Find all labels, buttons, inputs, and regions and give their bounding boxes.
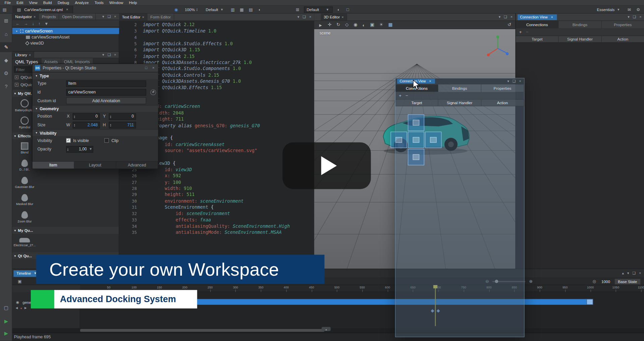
timeline-section-bar[interactable] bbox=[197, 299, 587, 305]
library-section-header[interactable]: ▾My Qu... bbox=[12, 227, 119, 234]
collapse-icon[interactable]: ▾ bbox=[627, 15, 631, 19]
code-line[interactable]: import QtQuick3D 1.15 bbox=[143, 47, 311, 53]
editor-tab-form-editor[interactable]: Form Editor bbox=[148, 13, 174, 20]
library-item-zoom-blur[interactable]: Zoom Blur bbox=[13, 208, 36, 225]
camera-toggle-icon[interactable]: ▣ bbox=[370, 22, 374, 27]
float-panel-icon[interactable]: ❏ bbox=[502, 15, 508, 19]
help-mode-icon[interactable]: ? bbox=[0, 82, 12, 91]
library-title-tab[interactable]: Library × bbox=[12, 52, 34, 58]
collapse-down-icon[interactable]: ▾ bbox=[626, 272, 630, 275]
width-spinbox[interactable]: ▴▾ bbox=[73, 122, 100, 128]
zoom-stepper[interactable]: ▴▾ bbox=[197, 8, 198, 11]
code-line[interactable]: import Quick3DAssets.Electriccar_27k 1.0 bbox=[143, 60, 311, 66]
document-tab[interactable]: ▤ CarViewScreen.ui.qml × bbox=[12, 6, 73, 13]
timeline-zoom-in-icon[interactable]: ⊕ bbox=[528, 279, 534, 283]
float-panel-icon[interactable]: ❏ bbox=[631, 272, 637, 275]
code-line[interactable]: import Quick3DAssets.Genesis_G70 1.0 bbox=[143, 78, 311, 85]
code-line[interactable]: import QtQuick 2.15 bbox=[143, 53, 311, 60]
move-left-icon[interactable]: ← bbox=[16, 21, 20, 25]
code-line[interactable]: Image { bbox=[143, 135, 311, 141]
collapse-icon[interactable]: ▾ bbox=[497, 15, 502, 19]
menu-item-window[interactable]: Window bbox=[106, 0, 126, 5]
height-value-input[interactable] bbox=[112, 123, 136, 127]
close-panel-icon[interactable]: × bbox=[638, 15, 643, 19]
close-panel-icon[interactable]: × bbox=[518, 80, 523, 83]
menu-item-debug[interactable]: Debug bbox=[55, 0, 72, 5]
drop-indicator-bottom[interactable] bbox=[408, 149, 424, 165]
opacity-value-input[interactable] bbox=[69, 147, 88, 151]
float-panel-icon[interactable]: ❏ bbox=[632, 15, 637, 19]
float-panel-icon[interactable]: ❏ bbox=[106, 15, 112, 18]
reset-id-icon[interactable]: ↺ bbox=[150, 89, 156, 95]
float-panel-icon[interactable]: ❏ bbox=[511, 80, 517, 83]
all-modes-icon[interactable]: ⊞ bbox=[0, 16, 12, 26]
remove-connection-icon[interactable]: − bbox=[406, 93, 408, 98]
id-field[interactable] bbox=[66, 89, 146, 95]
collapse-up-icon[interactable]: ▴ bbox=[621, 272, 625, 275]
layout-grid-icon[interactable]: ▦ bbox=[238, 7, 245, 11]
type-field[interactable] bbox=[66, 80, 146, 87]
debug-mode-icon[interactable]: ◆ bbox=[0, 55, 12, 65]
maximize-icon[interactable]: □ bbox=[144, 66, 149, 70]
width-value-input[interactable] bbox=[76, 123, 99, 127]
close-panel-icon[interactable]: × bbox=[428, 79, 432, 83]
editor3d-tab[interactable]: 3D Editor × bbox=[321, 13, 347, 20]
editor3d-tab-close-icon[interactable]: × bbox=[341, 15, 343, 19]
scale-tool-icon[interactable]: ◇ bbox=[345, 22, 348, 27]
close-panel-icon[interactable]: × bbox=[509, 15, 514, 19]
editor-code[interactable]: import QtQuick 2.12import QtQuick.Timeli… bbox=[143, 22, 311, 236]
debug-run-button-icon[interactable]: ▶ bbox=[0, 329, 12, 338]
editor-tab-close-icon[interactable]: × bbox=[142, 15, 144, 19]
document-tab-close-icon[interactable]: × bbox=[65, 8, 69, 11]
drop-indicator-left[interactable] bbox=[390, 132, 407, 148]
move-up-icon[interactable]: ↑ bbox=[38, 21, 40, 25]
editor-tab-text-editor[interactable]: Text Editor× bbox=[119, 13, 148, 20]
filter-icon[interactable]: ▼ bbox=[44, 21, 48, 25]
connection-tab-bindings[interactable]: Bindings bbox=[559, 21, 602, 28]
move-tool-icon[interactable]: ✛ bbox=[328, 22, 331, 27]
drop-indicator-right[interactable] bbox=[425, 132, 441, 148]
code-line[interactable]: height: 511 bbox=[143, 192, 311, 198]
code-line[interactable]: id: sceneEnvironment bbox=[143, 211, 311, 217]
stepper-icons[interactable]: ▴▾ bbox=[109, 115, 112, 118]
properties-tab-item[interactable]: Item bbox=[33, 161, 74, 168]
y-value-input[interactable] bbox=[112, 114, 136, 118]
clip-checkbox[interactable] bbox=[104, 138, 109, 143]
add-annotation-button[interactable]: Add Annotation bbox=[66, 97, 146, 104]
reset-view-icon[interactable]: ↺ bbox=[507, 22, 511, 27]
code-line[interactable]: effects: fxaa bbox=[143, 217, 311, 223]
tree-item-view3d[interactable]: view3D bbox=[12, 40, 119, 46]
is-visible-checkbox[interactable]: ✓ bbox=[66, 138, 70, 143]
code-line[interactable]: id: carViewScreen bbox=[143, 104, 311, 110]
connection-view-title-tab[interactable]: Connection View × bbox=[518, 14, 557, 20]
splitter-handle[interactable]: ▴ bbox=[322, 327, 331, 331]
code-line[interactable]: Item { bbox=[143, 97, 311, 104]
grid-toggle-icon[interactable]: ▦ bbox=[388, 22, 393, 27]
run-button-icon[interactable]: ▶ bbox=[0, 316, 12, 326]
connection-tab-properties[interactable]: Properties bbox=[601, 21, 644, 28]
connection-tab-bindings[interactable]: Bindings bbox=[438, 84, 481, 92]
close-panel-icon[interactable]: × bbox=[308, 15, 313, 19]
code-line[interactable]: import QtQuick.Controls 2.15 bbox=[143, 72, 311, 78]
library-item-electriccar-27[interactable]: Electriccar_27... bbox=[13, 234, 36, 251]
annotation-icon[interactable]: ◐ bbox=[335, 7, 342, 11]
feedback-icon[interactable]: ✉ bbox=[626, 7, 633, 11]
video-play-button[interactable] bbox=[282, 142, 371, 189]
local-global-toggle-icon[interactable]: ◐ bbox=[362, 22, 365, 27]
prev-keyframe-icon[interactable]: ◀ bbox=[16, 306, 18, 310]
menu-item-file[interactable]: File bbox=[2, 0, 14, 5]
state-selector[interactable]: Base State bbox=[614, 278, 641, 284]
snap-toggle-icon[interactable]: ◉ bbox=[354, 22, 358, 27]
layout-rows-icon[interactable]: ▥ bbox=[229, 7, 236, 11]
welcome-mode-icon[interactable]: ⌂ bbox=[0, 29, 12, 39]
settings-icon[interactable]: ⚙ bbox=[635, 7, 642, 11]
kit-selector-icon[interactable]: ▢ bbox=[0, 303, 12, 313]
timeline-end-frame[interactable]: 1000 bbox=[601, 279, 610, 283]
tree-item-carviewscreenasset[interactable]: carViewScreenAsset bbox=[12, 34, 119, 40]
drop-indicator-center[interactable] bbox=[408, 132, 424, 148]
layout-columns-icon[interactable]: ▤ bbox=[248, 7, 254, 11]
navigator-tab-navigator[interactable]: Navigator× bbox=[12, 13, 39, 19]
properties-dialog-titlebar[interactable]: DS Properties - Qt Design Studio □ × bbox=[33, 64, 158, 72]
menu-item-edit[interactable]: Edit bbox=[14, 0, 26, 5]
properties-tab-layout[interactable]: Layout bbox=[74, 161, 116, 168]
